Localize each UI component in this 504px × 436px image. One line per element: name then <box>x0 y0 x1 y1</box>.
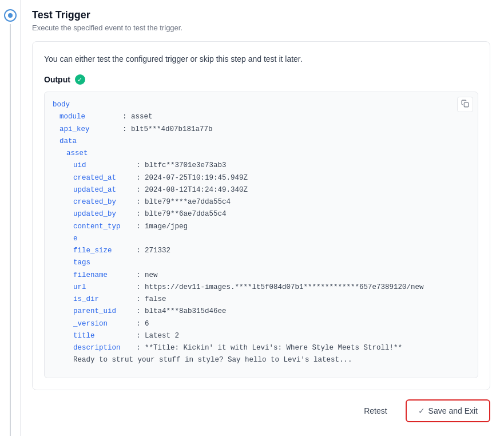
tags-label: tags <box>73 257 136 269</box>
save-exit-check: ✓ <box>418 406 425 415</box>
content-type-value: : image/jpeg <box>136 221 188 233</box>
tags-row: tags <box>53 257 470 269</box>
data-label: data <box>59 136 122 148</box>
filename-key: filename <box>73 269 136 282</box>
module-value: : asset <box>122 111 153 123</box>
parent-uid-row: parent_uid : blta4***8ab315d46ee <box>53 306 470 318</box>
data-label-row: data <box>53 136 470 148</box>
file-size-key: file_size <box>73 245 136 257</box>
output-header: Output ✓ <box>44 74 478 85</box>
body-row: body <box>53 99 470 111</box>
version-row: _version : 6 <box>53 318 470 330</box>
created-at-row: created_at : 2024-07-25T10:19:45.949Z <box>53 172 470 184</box>
description-row: description : **Title: Kickin' it with L… <box>53 342 470 354</box>
title-row: title : Latest 2 <box>53 330 470 342</box>
module-row: module : asset <box>53 111 470 123</box>
filename-value: : new <box>136 269 158 282</box>
step-line <box>10 24 11 436</box>
url-row: url : https://dev11-images.****lt5f084d0… <box>53 282 470 294</box>
save-exit-label: Save and Exit <box>428 406 478 415</box>
footer-actions: Retest ✓ Save and Exit <box>32 399 490 422</box>
body-key: body <box>53 99 116 111</box>
updated-by-row: updated_by : blte79**6ae7dda55c4 <box>53 208 470 220</box>
uid-row: uid : bltfc**3701e3e73ab3 <box>53 160 470 172</box>
content-type-key: content_typ <box>73 221 136 233</box>
created-at-key: created_at <box>73 172 136 184</box>
file-size-row: file_size : 271332 <box>53 245 470 257</box>
retest-button[interactable]: Retest <box>355 402 396 420</box>
filename-row: filename : new <box>53 269 470 282</box>
test-trigger-card: You can either test the configured trigg… <box>32 41 490 390</box>
module-key: module <box>59 111 122 123</box>
title-key: title <box>73 330 136 342</box>
header-section: Test Trigger Execute the specified event… <box>32 9 490 32</box>
title-value: : Latest 2 <box>136 330 179 342</box>
uid-key: uid <box>73 160 136 172</box>
updated-by-value: : blte79**6ae7dda55c4 <box>136 208 227 220</box>
created-by-row: created_by : blte79****ae7dda55c4 <box>53 196 470 208</box>
svg-rect-0 <box>464 102 469 107</box>
created-at-value: : 2024-07-25T10:19:45.949Z <box>136 172 248 184</box>
asset-label-row: asset <box>53 148 470 160</box>
truncated-row: Ready to strut your stuff in style? Say … <box>53 354 470 366</box>
updated-at-row: updated_at : 2024-08-12T14:24:49.340Z <box>53 184 470 196</box>
copy-button[interactable] <box>457 97 473 112</box>
main-content: Test Trigger Execute the specified event… <box>21 0 504 436</box>
step-indicator <box>4 9 17 22</box>
updated-by-key: updated_by <box>73 208 136 220</box>
is-dir-value: : false <box>136 294 166 306</box>
version-key: _version <box>73 318 136 330</box>
file-size-value: : 271332 <box>136 245 170 257</box>
description-key: description <box>73 342 136 354</box>
card-description: You can either test the configured trigg… <box>44 53 478 65</box>
api-key-value: : blt5***4d07b181a77b <box>122 124 213 136</box>
description-value: : **Title: Kickin' it with Levi's: Where… <box>136 342 402 354</box>
api-key-row: api_key : blt5***4d07b181a77b <box>53 124 470 136</box>
content-type-row2: e <box>53 233 470 245</box>
page-subtitle: Execute the specified event to test the … <box>32 23 490 32</box>
uid-value: : bltfc**3701e3e73ab3 <box>136 160 227 172</box>
is-dir-row: is_dir : false <box>53 294 470 306</box>
output-label: Output <box>44 75 70 84</box>
output-box: body module : asset api_key : blt5***4d0… <box>44 92 478 378</box>
updated-at-value: : 2024-08-12T14:24:49.340Z <box>136 184 248 196</box>
save-exit-button[interactable]: ✓ Save and Exit <box>406 399 490 422</box>
output-success-icon: ✓ <box>75 74 85 85</box>
created-by-value: : blte79****ae7dda55c4 <box>136 196 231 208</box>
url-value: : https://dev11-images.****lt5f084d07b1*… <box>136 282 424 294</box>
content-type-key2: e <box>73 233 136 245</box>
page-title: Test Trigger <box>32 9 490 21</box>
step-indicator-dot <box>8 13 13 18</box>
updated-at-key: updated_at <box>73 184 136 196</box>
parent-uid-key: parent_uid <box>73 306 136 318</box>
content-type-row: content_typ : image/jpeg <box>53 221 470 233</box>
truncated-value: Ready to strut your stuff in style? Say … <box>73 354 352 366</box>
created-by-key: created_by <box>73 196 136 208</box>
parent-uid-value: : blta4***8ab315d46ee <box>136 306 227 318</box>
url-key: url <box>73 282 136 294</box>
asset-label: asset <box>66 148 129 160</box>
output-content[interactable]: body module : asset api_key : blt5***4d0… <box>45 92 478 378</box>
api-key-key: api_key <box>59 124 122 136</box>
is-dir-key: is_dir <box>73 294 136 306</box>
version-value: : 6 <box>136 318 149 330</box>
left-sidebar <box>0 0 21 436</box>
